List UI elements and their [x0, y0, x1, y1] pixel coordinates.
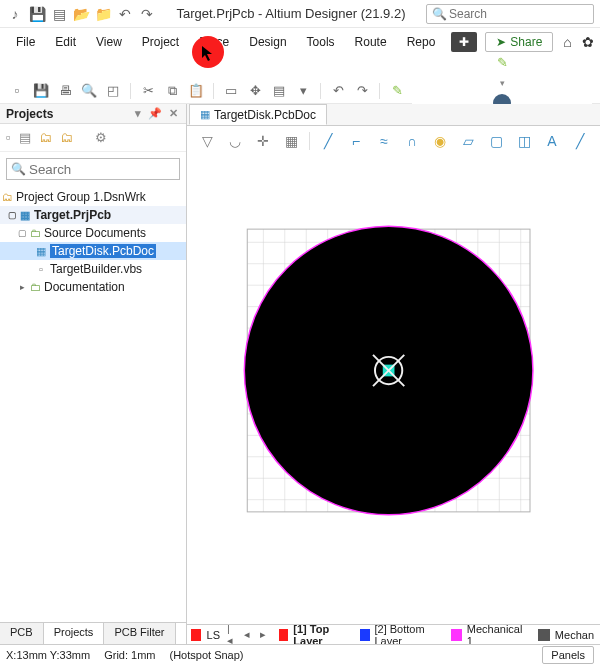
separator [309, 132, 310, 150]
cursor-highlight-icon [192, 36, 224, 68]
extensions-button[interactable]: ✚ [451, 32, 477, 52]
separator [213, 83, 214, 99]
tab-pcb-filter[interactable]: PCB Filter [104, 623, 175, 644]
layer-mech1-label: Mechanical 1 [467, 624, 524, 644]
save-icon[interactable]: 💾 [28, 5, 46, 23]
share-button[interactable]: ➤Share [485, 32, 553, 52]
pcbdoc-icon: ▦ [34, 245, 48, 258]
settings-icon[interactable]: ✿ [582, 34, 594, 50]
ls-label[interactable]: LS [207, 629, 220, 641]
layer-mech1[interactable]: Mechanical 1 [445, 624, 528, 644]
document-tab[interactable]: ▦ TargetDisk.PcbDoc [189, 104, 327, 125]
menu-design[interactable]: Design [239, 31, 296, 53]
panel-search-icon: 🔍 [11, 162, 26, 176]
tab-projects[interactable]: Projects [44, 623, 105, 644]
panel-tool-doc-icon[interactable]: ▫ [6, 130, 11, 145]
ct-region-icon[interactable]: ◫ [514, 131, 534, 151]
redo-icon[interactable]: ↷ [138, 5, 156, 23]
ct-align-icon[interactable]: ▦ [281, 131, 301, 151]
panels-button[interactable]: Panels [542, 646, 594, 664]
folder-icon: 🗀 [28, 281, 42, 293]
tree-group[interactable]: 🗂 Project Group 1.DsnWrk [0, 188, 186, 206]
tb-undo-icon[interactable]: ↶ [329, 82, 347, 100]
home-icon[interactable]: ⌂ [563, 34, 571, 50]
menu-route[interactable]: Route [345, 31, 397, 53]
layer-mech-next[interactable]: Mechan [532, 629, 598, 641]
panel-tool-folders2-icon[interactable]: 🗂 [60, 130, 73, 145]
tb-new-icon[interactable]: ▫ [8, 82, 26, 100]
layer-prev[interactable]: ◂ [241, 628, 253, 641]
tb-filter-icon[interactable]: ▤ [270, 82, 288, 100]
folder-icon[interactable]: 📁 [94, 5, 112, 23]
layer-bottom[interactable]: [2] Bottom Layer [354, 624, 441, 644]
save-all-icon[interactable]: ▤ [50, 5, 68, 23]
menu-view[interactable]: View [86, 31, 132, 53]
open-icon[interactable]: 📂 [72, 5, 90, 23]
tb-zoomrect-icon[interactable]: ◰ [104, 82, 122, 100]
ct-via-icon[interactable]: ◉ [430, 131, 450, 151]
tb-pen-icon[interactable]: ✎ [388, 82, 406, 100]
panel-controls[interactable]: ▾ 📌 ✕ [135, 107, 180, 120]
ct-filter-icon[interactable]: ▽ [197, 131, 217, 151]
tb-drop-icon[interactable]: ▾ [294, 82, 312, 100]
menu-repo[interactable]: Repo [397, 31, 446, 53]
tb-paste-icon[interactable]: 📋 [187, 82, 205, 100]
ct-polygon-icon[interactable]: ▢ [486, 131, 506, 151]
tree-project[interactable]: ▢ ▦ Target.PrjPcb [0, 206, 186, 224]
tb-highlight-icon[interactable]: ✎ [493, 54, 511, 72]
ct-cross-icon[interactable]: ✛ [253, 131, 273, 151]
ct-text-icon[interactable]: A [542, 131, 562, 151]
ct-diff-icon[interactable]: ≈ [374, 131, 394, 151]
menu-file[interactable]: File [6, 31, 45, 53]
pcbdoc-icon: ▦ [200, 108, 210, 121]
global-search-input[interactable] [426, 4, 594, 24]
layer-next[interactable]: ▸ [257, 628, 269, 641]
tb-cut-icon[interactable]: ✂ [139, 82, 157, 100]
tb-copy-icon[interactable]: ⧉ [163, 82, 181, 100]
pcb-canvas[interactable] [187, 156, 600, 624]
panel-tool-compile-icon[interactable]: ▤ [19, 130, 31, 145]
status-coords: X:13mm Y:33mm [6, 649, 90, 661]
menu-tools[interactable]: Tools [297, 31, 345, 53]
menu-project[interactable]: Project [132, 31, 189, 53]
panel-tool-gear-icon[interactable]: ⚙ [95, 130, 107, 145]
tb-zoom-icon[interactable]: 🔍 [80, 82, 98, 100]
tree-source-documents[interactable]: ▢ 🗀 Source Documents [0, 224, 186, 242]
tb-select-icon[interactable]: ▭ [222, 82, 240, 100]
ct-fill-icon[interactable]: ▱ [458, 131, 478, 151]
layer-prev2[interactable]: |◂ [224, 624, 237, 644]
tb-redo-icon[interactable]: ↷ [353, 82, 371, 100]
ls-swatch [191, 629, 201, 641]
layer-top-swatch [279, 629, 288, 641]
app-menu-icon[interactable]: ♪ [6, 5, 24, 23]
layer-bottom-label: [2] Bottom Layer [375, 624, 438, 644]
project-tree[interactable]: 🗂 Project Group 1.DsnWrk ▢ ▦ Target.PrjP… [0, 186, 186, 622]
tb-print-icon[interactable]: 🖶 [56, 82, 74, 100]
layer-mech-next-swatch [538, 629, 550, 641]
ct-track-icon[interactable]: ╱ [318, 131, 338, 151]
tree-documentation[interactable]: ▸ 🗀 Documentation [0, 278, 186, 296]
undo-icon[interactable]: ↶ [116, 5, 134, 23]
ct-lasso-icon[interactable]: ◡ [225, 131, 245, 151]
ct-line-icon[interactable]: ╱ [570, 131, 590, 151]
tb-save-icon[interactable]: 💾 [32, 82, 50, 100]
tree-file-pcbdoc[interactable]: ▦ TargetDisk.PcbDoc [0, 242, 186, 260]
status-snap: (Hotspot Snap) [170, 649, 244, 661]
ct-route-icon[interactable]: ⌐ [346, 131, 366, 151]
panel-search-input[interactable] [6, 158, 180, 180]
separator [130, 83, 131, 99]
status-grid: Grid: 1mm [104, 649, 155, 661]
tree-group-label: Project Group 1.DsnWrk [16, 190, 146, 204]
panel-tool-folders1-icon[interactable]: 🗂 [39, 130, 52, 145]
tab-pcb[interactable]: PCB [0, 623, 44, 644]
tree-file-vbs[interactable]: ▫ TargetBuilder.vbs [0, 260, 186, 278]
window-title: Target.PrjPcb - Altium Designer (21.9.2) [160, 6, 422, 21]
ct-arc-icon[interactable]: ∩ [402, 131, 422, 151]
layer-top[interactable]: [1] Top Layer [273, 624, 350, 644]
tree-project-label: Target.PrjPcb [34, 208, 111, 222]
menu-edit[interactable]: Edit [45, 31, 86, 53]
share-label: Share [510, 35, 542, 49]
layer-top-label: [1] Top Layer [293, 624, 346, 644]
search-icon: 🔍 [432, 7, 447, 21]
tb-move-icon[interactable]: ✥ [246, 82, 264, 100]
